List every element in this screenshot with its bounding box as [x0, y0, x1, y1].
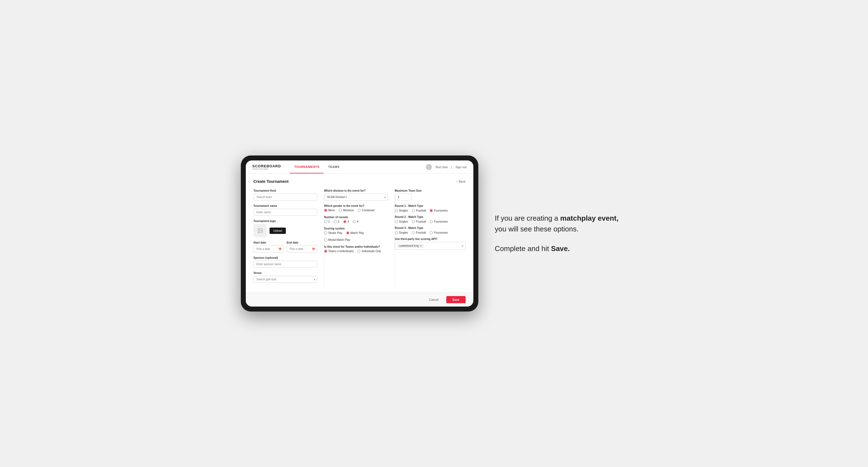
navbar: SCOREBOARD Powered by clippit TOURNAMENT…: [246, 160, 473, 174]
gender-field: Which gender is the event for? Mens Wome…: [324, 205, 388, 212]
tablet-frame: SCOREBOARD Powered by clippit TOURNAMENT…: [241, 155, 478, 312]
round3-fourball[interactable]: Fourball: [412, 231, 426, 234]
annotation-top: If you are creating a matchplay event, y…: [495, 213, 627, 235]
teams-individuals-field: Is this event for Teams and/or Individua…: [324, 245, 388, 253]
start-date-field: Start date 📅: [253, 241, 284, 252]
division-label: Which division is the event for?: [324, 189, 388, 192]
venue-label: Venue: [253, 272, 317, 275]
round3-match-type: Round 3 - Match Type Singles Fourball: [395, 226, 466, 234]
division-select[interactable]: NCAA Division I: [324, 194, 388, 200]
main-content: Create Tournament ‹ Back Tournament Host: [246, 174, 473, 292]
gender-womens[interactable]: Womens: [339, 209, 354, 212]
save-button[interactable]: Save: [446, 296, 466, 303]
round3-label: Round 3 - Match Type: [395, 226, 466, 229]
round2-fourball[interactable]: Fourball: [412, 220, 426, 223]
teams-with-individuals[interactable]: Teams (+Individuals): [324, 250, 354, 253]
gender-combined[interactable]: Combined: [358, 209, 374, 212]
venue-input[interactable]: [253, 276, 317, 283]
gender-label: Which gender is the event for?: [324, 205, 388, 208]
tournament-logo-field: Tournament logo Upload: [253, 220, 317, 237]
round2-radio-group: Singles Fourball Foursomes: [395, 220, 466, 223]
scoring-label: Scoring system: [324, 227, 388, 230]
page-header: Create Tournament ‹ Back: [253, 179, 466, 184]
page-title: Create Tournament: [253, 179, 288, 184]
api-dropdown-icon: ▾: [462, 244, 463, 247]
round2-foursomes[interactable]: Foursomes: [430, 220, 448, 223]
form-footer: Cancel Save: [246, 292, 473, 307]
round1-radio-group: Singles Fourball Foursomes: [395, 209, 466, 212]
nav-tabs: TOURNAMENTS TEAMS: [290, 160, 344, 174]
round-4[interactable]: 4: [353, 220, 359, 223]
dates-field: Start date 📅 End date: [253, 241, 317, 252]
rounds-radio-group: 1 2 3: [324, 220, 388, 223]
tournament-name-label: Tournament name: [253, 205, 317, 208]
round-2[interactable]: 2: [334, 220, 339, 223]
nav-right: Test User | Sign out: [426, 164, 467, 170]
form-col-2: Which division is the event for? NCAA Di…: [324, 189, 395, 287]
tournament-host-label: Tournament Host: [253, 189, 317, 192]
round3-radio-group: Singles Fourball Foursomes: [395, 231, 466, 234]
avatar: [426, 164, 432, 170]
max-team-size-field: Maximum Team Size: [395, 189, 466, 200]
calendar-icon-end: 📅: [312, 247, 315, 250]
max-team-size-input[interactable]: [395, 194, 411, 200]
brand-subtitle: Powered by clippit: [252, 168, 281, 170]
max-team-size-label: Maximum Team Size: [395, 189, 466, 192]
round2-singles[interactable]: Singles: [395, 220, 408, 223]
tournament-name-input[interactable]: [253, 209, 317, 216]
sponsor-input[interactable]: [253, 261, 317, 268]
api-select[interactable]: Leaderboard King ✕ ▾: [395, 242, 466, 250]
api-field: Use third-party live scoring API? Leader…: [395, 238, 466, 250]
cancel-button[interactable]: Cancel: [425, 296, 443, 303]
logo-upload-area: Upload: [253, 224, 317, 237]
teams-label: Is this event for Teams and/or Individua…: [324, 245, 388, 248]
round1-label: Round 1 - Match Type: [395, 205, 466, 208]
individuals-only[interactable]: Individuals Only: [358, 250, 381, 253]
end-date-field: End date 📅: [287, 241, 317, 252]
signout-link[interactable]: Sign out: [456, 165, 466, 169]
round3-foursomes[interactable]: Foursomes: [430, 231, 448, 234]
svg-point-1: [259, 229, 259, 230]
start-date-label: Start date: [253, 241, 284, 244]
round2-match-type: Round 2 - Match Type Singles Fourball: [395, 215, 466, 223]
end-date-label: End date: [287, 241, 317, 244]
rounds-field: Number of rounds 1 2: [324, 216, 388, 223]
scoring-medal[interactable]: Medal Match Play: [324, 238, 350, 241]
sponsor-label: Sponsor (optional): [253, 256, 317, 259]
sponsor-field: Sponsor (optional): [253, 256, 317, 268]
scoring-stroke[interactable]: Stroke Play: [324, 231, 342, 235]
tab-tournaments[interactable]: TOURNAMENTS: [290, 160, 324, 174]
api-tag: Leaderboard King ✕: [397, 244, 424, 248]
scoring-match[interactable]: Match Play: [346, 231, 364, 235]
tournament-logo-label: Tournament logo: [253, 220, 317, 223]
gender-mens[interactable]: Mens: [324, 209, 335, 212]
round3-singles[interactable]: Singles: [395, 231, 408, 234]
round1-match-type: Round 1 - Match Type Singles Fourball: [395, 205, 466, 212]
back-button[interactable]: ‹ Back: [457, 180, 465, 183]
scoring-field: Scoring system Stroke Play Match Play: [324, 227, 388, 241]
division-field: Which division is the event for? NCAA Di…: [324, 189, 388, 200]
form-col-3: Maximum Team Size Round 1 - Match Type S…: [395, 189, 466, 287]
annotations: If you are creating a matchplay event, y…: [495, 213, 627, 254]
upload-button[interactable]: Upload: [270, 227, 286, 234]
create-tournament-form: Tournament Host Tournament name Tourname…: [253, 189, 466, 287]
logo-placeholder: [253, 224, 267, 237]
round1-foursomes[interactable]: Foursomes: [430, 209, 448, 212]
gender-radio-group: Mens Womens Combined: [324, 209, 388, 212]
teams-radio-group: Teams (+Individuals) Individuals Only: [324, 250, 388, 253]
round1-fourball[interactable]: Fourball: [412, 209, 426, 212]
round1-singles[interactable]: Singles: [395, 209, 408, 212]
api-tag-close[interactable]: ✕: [420, 244, 422, 247]
annotation-bottom: Complete and hit Save.: [495, 243, 627, 254]
tournament-host-input[interactable]: [253, 194, 317, 200]
scoring-radio-group: Stroke Play Match Play Medal Match Play: [324, 231, 388, 241]
round-1[interactable]: 1: [324, 220, 330, 223]
brand-title: SCOREBOARD: [252, 164, 281, 168]
venue-field: Venue ▾: [253, 272, 317, 283]
round-3[interactable]: 3: [343, 220, 349, 223]
api-label: Use third-party live scoring API?: [395, 238, 466, 241]
round2-label: Round 2 - Match Type: [395, 215, 466, 218]
form-col-1: Tournament Host Tournament name Tourname…: [253, 189, 324, 287]
tab-teams[interactable]: TEAMS: [324, 160, 344, 174]
tournament-host-field: Tournament Host: [253, 189, 317, 200]
